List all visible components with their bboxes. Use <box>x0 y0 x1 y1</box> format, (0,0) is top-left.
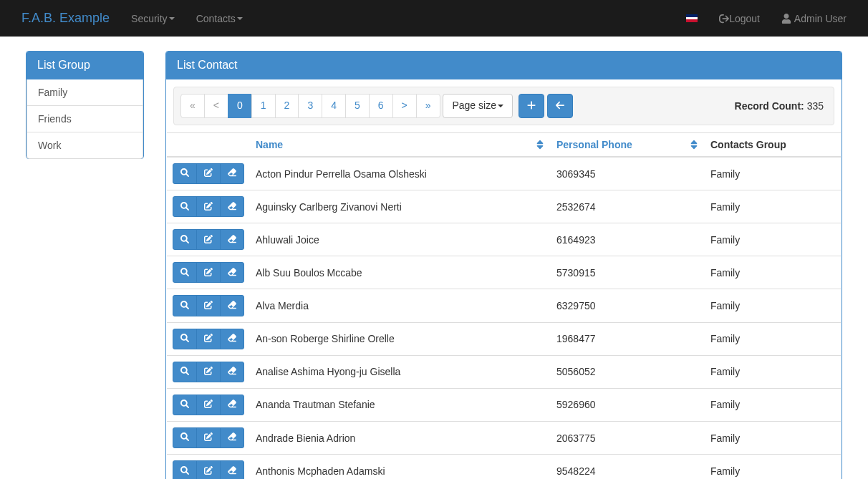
record-count-label: Record Count: <box>735 100 804 112</box>
sidebar-item-work[interactable]: Work <box>26 132 143 159</box>
cell-group: Family <box>705 157 841 190</box>
sort-icon <box>535 140 545 150</box>
edit-button[interactable] <box>196 460 221 479</box>
edit-button[interactable] <box>196 196 221 217</box>
cell-group: Family <box>705 256 841 289</box>
cell-group: Family <box>705 455 841 479</box>
delete-button[interactable] <box>220 262 244 283</box>
eraser-icon <box>228 367 236 375</box>
cell-name: Anthonis Mcphaden Adamski <box>250 455 551 479</box>
sidebar-item-family[interactable]: Family <box>26 79 143 106</box>
page-6[interactable]: 6 <box>369 94 393 118</box>
sort-phone-toggle[interactable] <box>689 139 699 150</box>
show-button[interactable] <box>173 196 197 217</box>
delete-button[interactable] <box>220 295 244 316</box>
caret-icon <box>169 17 175 20</box>
plus-icon <box>526 100 536 110</box>
row-actions <box>173 427 244 448</box>
delete-button[interactable] <box>220 395 244 415</box>
sort-phone[interactable]: Personal Phone <box>556 139 632 150</box>
page-4[interactable]: 4 <box>322 94 346 118</box>
show-button[interactable] <box>173 295 197 316</box>
show-button[interactable] <box>173 460 197 479</box>
edit-button[interactable] <box>196 163 221 184</box>
edit-icon <box>204 235 213 243</box>
delete-button[interactable] <box>220 163 244 184</box>
row-actions <box>173 229 244 250</box>
edit-button[interactable] <box>196 427 221 448</box>
show-button[interactable] <box>173 329 197 349</box>
cell-group: Family <box>705 223 841 256</box>
show-button[interactable] <box>173 262 197 283</box>
table-row: An-son Roberge Shirline Orelle1968477Fam… <box>167 322 841 355</box>
nav-security[interactable]: Security <box>120 2 185 35</box>
locale-link[interactable] <box>675 13 708 24</box>
page-5[interactable]: 5 <box>345 94 370 118</box>
show-button[interactable] <box>173 163 197 184</box>
navbar-right: Logout Admin User <box>675 2 857 35</box>
delete-button[interactable] <box>220 427 244 448</box>
row-actions <box>173 460 244 479</box>
page-size-button[interactable]: Page size <box>443 94 512 118</box>
search-icon <box>180 301 189 309</box>
nav-contacts-label: Contacts <box>196 13 236 24</box>
show-button[interactable] <box>173 229 197 250</box>
th-group: Contacts Group <box>705 132 841 157</box>
edit-icon <box>204 202 213 211</box>
search-icon <box>180 466 189 475</box>
row-actions <box>173 262 244 283</box>
table-row: Alva Merdia6329750Family <box>167 289 841 322</box>
main-title: List Contact <box>177 59 831 72</box>
delete-button[interactable] <box>220 362 244 382</box>
edit-button[interactable] <box>196 329 221 349</box>
page-1[interactable]: 1 <box>251 94 276 118</box>
cell-name: Andrade Bienia Adrion <box>250 421 551 454</box>
sort-name-toggle[interactable] <box>535 139 545 150</box>
sidebar-item-friends[interactable]: Friends <box>26 105 143 132</box>
show-button[interactable] <box>173 362 197 382</box>
table-row: Aguinsky Carlberg Zivanovi Nerti2532674F… <box>167 190 841 223</box>
brand-link[interactable]: F.A.B. Example <box>11 0 120 37</box>
main-heading: List Contact <box>166 52 842 79</box>
cell-phone: 5730915 <box>551 256 705 289</box>
delete-button[interactable] <box>220 196 244 217</box>
page-next[interactable]: > <box>392 94 417 118</box>
show-button[interactable] <box>173 427 197 448</box>
edit-button[interactable] <box>196 262 221 283</box>
table-header-row: Name Personal Phone <box>167 132 841 157</box>
page-prev[interactable]: < <box>204 94 228 118</box>
add-button[interactable] <box>519 94 544 118</box>
delete-button[interactable] <box>220 229 244 250</box>
delete-button[interactable] <box>220 460 244 479</box>
arrow-left-icon <box>555 100 565 110</box>
user-label: Admin User <box>794 13 847 24</box>
sort-name[interactable]: Name <box>256 139 283 150</box>
navbar: F.A.B. Example Security Contacts Logout … <box>0 0 868 37</box>
cell-name: Analise Ashima Hyong-ju Gisella <box>250 355 551 388</box>
row-actions <box>173 163 244 184</box>
page-2[interactable]: 2 <box>275 94 299 118</box>
delete-button[interactable] <box>220 329 244 349</box>
search-icon <box>180 432 189 441</box>
eraser-icon <box>228 432 236 441</box>
edit-button[interactable] <box>196 229 221 250</box>
edit-button[interactable] <box>196 295 221 316</box>
page-0[interactable]: 0 <box>228 94 252 118</box>
th-name: Name <box>250 132 551 157</box>
edit-button[interactable] <box>196 395 221 415</box>
edit-icon <box>204 301 213 309</box>
row-actions <box>173 395 244 415</box>
eraser-icon <box>228 168 236 177</box>
back-button[interactable] <box>547 94 573 118</box>
show-button[interactable] <box>173 395 197 415</box>
page-first[interactable]: « <box>180 94 205 118</box>
caret-icon <box>237 17 243 20</box>
nav-contacts[interactable]: Contacts <box>185 2 254 35</box>
edit-button[interactable] <box>196 362 221 382</box>
user-link[interactable]: Admin User <box>771 2 857 35</box>
search-icon <box>180 202 189 211</box>
page-3[interactable]: 3 <box>298 94 322 118</box>
logout-link[interactable]: Logout <box>708 2 771 35</box>
cell-group: Family <box>705 322 841 355</box>
page-last[interactable]: » <box>416 94 440 118</box>
